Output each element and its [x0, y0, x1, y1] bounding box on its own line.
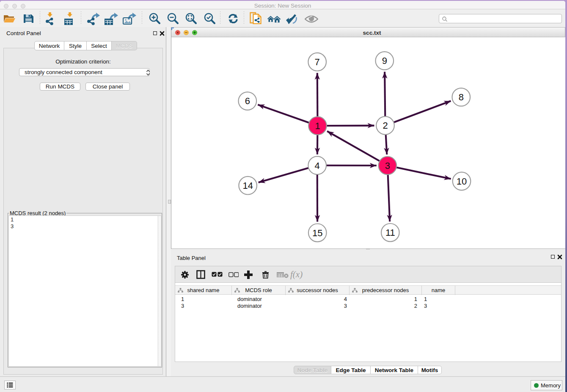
svg-text:1: 1	[315, 121, 320, 131]
svg-text:9: 9	[382, 55, 387, 66]
svg-text:8: 8	[459, 92, 464, 102]
svg-text:6: 6	[245, 96, 250, 106]
svg-text:3: 3	[385, 160, 390, 171]
svg-text:10: 10	[457, 176, 467, 187]
svg-text:7: 7	[315, 57, 320, 67]
svg-text:4: 4	[315, 160, 320, 171]
svg-text:11: 11	[385, 227, 395, 238]
svg-text:2: 2	[383, 120, 388, 131]
svg-text:14: 14	[242, 180, 253, 191]
svg-text:15: 15	[312, 228, 322, 238]
